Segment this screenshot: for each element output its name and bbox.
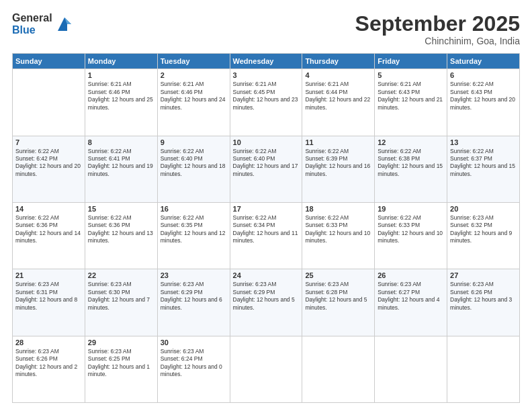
day-info: Sunrise: 6:22 AMSunset: 6:37 PMDaylight:… [450,148,517,179]
table-cell: 19Sunrise: 6:22 AMSunset: 6:33 PMDayligh… [375,202,447,269]
day-info: Sunrise: 6:23 AMSunset: 6:29 PMDaylight:… [161,281,227,312]
title-section: September 2025 Chinchinim, Goa, India [355,12,520,46]
day-info: Sunrise: 6:22 AMSunset: 6:33 PMDaylight:… [378,214,444,245]
day-number: 22 [88,271,154,279]
day-number: 29 [88,338,154,347]
day-info: Sunrise: 6:21 AMSunset: 6:45 PMDaylight:… [233,81,300,111]
table-cell: 4Sunrise: 6:21 AMSunset: 6:44 PMDaylight… [302,69,375,136]
week-row-4: 21Sunrise: 6:23 AMSunset: 6:31 PMDayligh… [13,269,520,336]
table-cell: 29Sunrise: 6:23 AMSunset: 6:25 PMDayligh… [85,336,157,402]
day-info: Sunrise: 6:23 AMSunset: 6:26 PMDaylight:… [15,348,82,379]
table-cell: 21Sunrise: 6:23 AMSunset: 6:31 PMDayligh… [13,269,85,336]
day-info: Sunrise: 6:21 AMSunset: 6:43 PMDaylight:… [378,81,444,111]
day-number: 16 [161,205,227,213]
day-info: Sunrise: 6:22 AMSunset: 6:41 PMDaylight:… [88,148,154,179]
month-title: September 2025 [355,12,520,36]
day-info: Sunrise: 6:23 AMSunset: 6:28 PMDaylight:… [305,281,371,312]
week-row-3: 14Sunrise: 6:22 AMSunset: 6:36 PMDayligh… [13,202,520,269]
day-info: Sunrise: 6:22 AMSunset: 6:40 PMDaylight:… [233,148,300,179]
day-number: 10 [233,138,300,146]
table-cell: 27Sunrise: 6:23 AMSunset: 6:26 PMDayligh… [447,269,520,336]
table-cell: 14Sunrise: 6:22 AMSunset: 6:36 PMDayligh… [13,202,85,269]
day-info: Sunrise: 6:22 AMSunset: 6:42 PMDaylight:… [15,148,82,179]
table-cell: 7Sunrise: 6:22 AMSunset: 6:42 PMDaylight… [13,136,85,202]
day-info: Sunrise: 6:23 AMSunset: 6:32 PMDaylight:… [450,214,517,245]
day-info: Sunrise: 6:22 AMSunset: 6:39 PMDaylight:… [305,148,371,179]
day-info: Sunrise: 6:22 AMSunset: 6:36 PMDaylight:… [88,214,154,245]
day-number: 25 [305,271,371,279]
table-cell: 15Sunrise: 6:22 AMSunset: 6:36 PMDayligh… [85,202,157,269]
day-info: Sunrise: 6:21 AMSunset: 6:44 PMDaylight:… [305,81,371,111]
header: General Blue September 2025 Chinchinim, … [12,12,520,46]
day-info: Sunrise: 6:22 AMSunset: 6:38 PMDaylight:… [378,148,444,179]
week-row-2: 7Sunrise: 6:22 AMSunset: 6:42 PMDaylight… [13,136,520,202]
day-info: Sunrise: 6:23 AMSunset: 6:30 PMDaylight:… [88,281,154,312]
day-number: 27 [450,271,517,279]
table-cell [302,336,375,402]
table-cell: 17Sunrise: 6:22 AMSunset: 6:34 PMDayligh… [230,202,302,269]
header-friday: Friday [375,54,447,69]
day-info: Sunrise: 6:23 AMSunset: 6:25 PMDaylight:… [88,348,154,379]
day-info: Sunrise: 6:23 AMSunset: 6:31 PMDaylight:… [15,281,82,312]
week-row-1: 1Sunrise: 6:21 AMSunset: 6:46 PMDaylight… [13,69,520,136]
day-info: Sunrise: 6:22 AMSunset: 6:34 PMDaylight:… [233,214,300,245]
table-cell: 3Sunrise: 6:21 AMSunset: 6:45 PMDaylight… [230,69,302,136]
table-cell: 18Sunrise: 6:22 AMSunset: 6:33 PMDayligh… [302,202,375,269]
day-info: Sunrise: 6:21 AMSunset: 6:46 PMDaylight:… [161,81,227,111]
day-info: Sunrise: 6:23 AMSunset: 6:27 PMDaylight:… [378,281,444,312]
day-number: 15 [88,205,154,213]
table-cell: 5Sunrise: 6:21 AMSunset: 6:43 PMDaylight… [375,69,447,136]
day-number: 3 [233,71,300,79]
day-info: Sunrise: 6:23 AMSunset: 6:26 PMDaylight:… [450,281,517,312]
header-tuesday: Tuesday [157,54,230,69]
logo: General Blue [12,12,74,36]
day-number: 2 [161,71,227,79]
table-cell: 25Sunrise: 6:23 AMSunset: 6:28 PMDayligh… [302,269,375,336]
logo-general: General [12,12,52,24]
day-number: 21 [15,271,82,279]
table-cell: 16Sunrise: 6:22 AMSunset: 6:35 PMDayligh… [157,202,230,269]
day-number: 17 [233,205,300,213]
day-number: 5 [378,71,444,79]
day-number: 11 [305,138,371,146]
day-number: 18 [305,205,371,213]
day-number: 23 [161,271,227,279]
day-number: 1 [88,71,154,79]
day-number: 6 [450,71,517,79]
calendar: Sunday Monday Tuesday Wednesday Thursday… [12,53,520,403]
table-cell [13,69,85,136]
day-number: 4 [305,71,371,79]
table-cell: 11Sunrise: 6:22 AMSunset: 6:39 PMDayligh… [302,136,375,202]
table-cell [230,336,302,402]
day-number: 26 [378,271,444,279]
day-info: Sunrise: 6:22 AMSunset: 6:40 PMDaylight:… [161,148,227,179]
table-cell [447,336,520,402]
day-info: Sunrise: 6:22 AMSunset: 6:36 PMDaylight:… [15,214,82,245]
table-cell: 23Sunrise: 6:23 AMSunset: 6:29 PMDayligh… [157,269,230,336]
day-number: 7 [15,138,82,146]
day-number: 20 [450,205,517,213]
header-saturday: Saturday [447,54,520,69]
day-number: 9 [161,138,227,146]
day-number: 8 [88,138,154,146]
table-cell: 6Sunrise: 6:22 AMSunset: 6:43 PMDaylight… [447,69,520,136]
header-sunday: Sunday [13,54,85,69]
table-cell: 8Sunrise: 6:22 AMSunset: 6:41 PMDaylight… [85,136,157,202]
day-info: Sunrise: 6:22 AMSunset: 6:35 PMDaylight:… [161,214,227,245]
weekday-header-row: Sunday Monday Tuesday Wednesday Thursday… [13,54,520,69]
header-wednesday: Wednesday [230,54,302,69]
week-row-5: 28Sunrise: 6:23 AMSunset: 6:26 PMDayligh… [13,336,520,402]
table-cell: 9Sunrise: 6:22 AMSunset: 6:40 PMDaylight… [157,136,230,202]
table-cell: 28Sunrise: 6:23 AMSunset: 6:26 PMDayligh… [13,336,85,402]
day-number: 28 [15,338,82,347]
location: Chinchinim, Goa, India [355,36,520,46]
day-info: Sunrise: 6:21 AMSunset: 6:46 PMDaylight:… [88,81,154,111]
day-number: 24 [233,271,300,279]
table-cell: 2Sunrise: 6:21 AMSunset: 6:46 PMDaylight… [157,69,230,136]
day-info: Sunrise: 6:23 AMSunset: 6:29 PMDaylight:… [233,281,300,312]
table-cell: 12Sunrise: 6:22 AMSunset: 6:38 PMDayligh… [375,136,447,202]
logo-icon [55,15,74,34]
day-info: Sunrise: 6:22 AMSunset: 6:33 PMDaylight:… [305,214,371,245]
logo-blue: Blue [12,24,52,36]
day-number: 12 [378,138,444,146]
